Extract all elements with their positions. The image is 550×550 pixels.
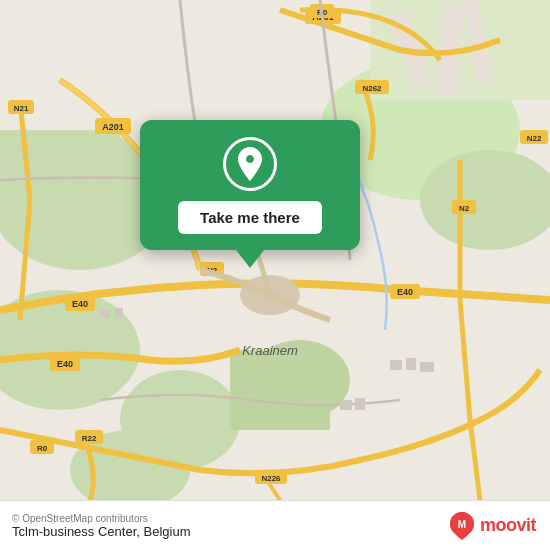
svg-rect-48: [355, 398, 365, 410]
map-popup: Take me there: [140, 120, 360, 268]
svg-text:M: M: [458, 519, 466, 530]
svg-text:R22: R22: [82, 434, 97, 443]
moovit-icon: M: [448, 512, 476, 540]
footer-info: © OpenStreetMap contributors Tclm-busine…: [12, 513, 190, 539]
svg-rect-49: [100, 310, 110, 318]
svg-rect-6: [230, 350, 330, 430]
svg-rect-45: [406, 358, 416, 370]
svg-text:E40: E40: [72, 299, 88, 309]
moovit-text: moovit: [480, 515, 536, 536]
svg-rect-46: [420, 362, 434, 372]
location-name: Tclm-business Center, Belgium: [12, 524, 190, 539]
popup-tail: [236, 250, 264, 268]
popup-card: Take me there: [140, 120, 360, 250]
svg-rect-50: [115, 308, 123, 318]
svg-text:A201: A201: [102, 122, 124, 132]
svg-text:N262: N262: [362, 84, 382, 93]
location-pin-icon: [235, 147, 265, 181]
svg-rect-44: [390, 360, 402, 370]
svg-text:Kraainem: Kraainem: [242, 343, 298, 358]
moovit-logo: M moovit: [448, 512, 536, 540]
footer-bar: © OpenStreetMap contributors Tclm-busine…: [0, 500, 550, 550]
svg-text:N21: N21: [14, 104, 29, 113]
osm-credit: © OpenStreetMap contributors: [12, 513, 190, 524]
svg-text:N22: N22: [527, 134, 542, 143]
location-icon-wrapper: [223, 137, 277, 191]
svg-text:R0: R0: [37, 444, 48, 453]
take-me-there-button[interactable]: Take me there: [178, 201, 322, 234]
svg-text:E40: E40: [57, 359, 73, 369]
svg-text:E40: E40: [397, 287, 413, 297]
svg-text:N2: N2: [459, 204, 470, 213]
svg-rect-47: [340, 400, 352, 410]
svg-text:N226: N226: [261, 474, 281, 483]
map-container: A201 N21 A201 N262 N2 E40 E40 E40 N2: [0, 0, 550, 500]
